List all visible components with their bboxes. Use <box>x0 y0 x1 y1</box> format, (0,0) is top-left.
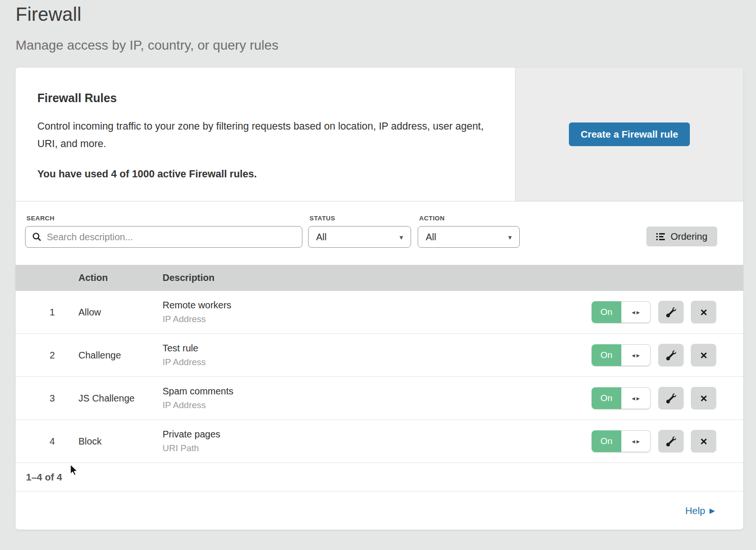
rule-action: Challenge <box>78 350 163 361</box>
rule-match-type: URI Path <box>163 443 592 454</box>
intro-section: Firewall Rules Control incoming traffic … <box>16 68 743 201</box>
delete-rule-button[interactable] <box>691 344 716 367</box>
ordering-list-icon <box>656 233 665 241</box>
close-icon <box>700 351 708 359</box>
wrench-icon <box>666 307 676 317</box>
rule-action: Block <box>78 436 163 447</box>
cta-panel: Create a Firewall rule <box>515 68 743 201</box>
rule-controls: On ◂▸ <box>592 344 743 367</box>
description-column-header: Description <box>163 272 592 283</box>
rule-description: Test rule <box>163 343 592 354</box>
table-header: Action Description <box>16 265 743 291</box>
search-label: SEARCH <box>26 215 302 222</box>
rule-priority: 2 <box>16 350 78 361</box>
intro-description: Control incoming traffic to your zone by… <box>37 118 486 153</box>
search-box <box>25 226 302 248</box>
table-row: 3 JS Challenge Spam comments IP Address … <box>16 377 743 420</box>
wrench-icon <box>666 393 676 403</box>
page-header: Firewall Manage access by IP, country, o… <box>0 0 756 53</box>
rule-controls: On ◂▸ <box>592 387 743 410</box>
rule-match-type: IP Address <box>163 400 592 410</box>
toggle-on-label: On <box>592 344 621 366</box>
intro-text-block: Firewall Rules Control incoming traffic … <box>16 68 515 201</box>
delete-rule-button[interactable] <box>691 430 716 453</box>
help-link[interactable]: Help ▶ <box>685 505 715 516</box>
help-link-label: Help <box>685 505 705 516</box>
edit-rule-button[interactable] <box>658 344 684 367</box>
search-filter-group: SEARCH <box>25 215 302 248</box>
table-row: 1 Allow Remote workers IP Address On ◂▸ <box>16 291 743 334</box>
filter-bar: SEARCH STATUS All ▾ ACTION All ▾ <box>16 201 743 265</box>
rule-description-cell: Private pages URI Path <box>163 429 592 454</box>
toggle-on-label: On <box>592 430 621 452</box>
status-filter-group: STATUS All ▾ <box>308 215 411 248</box>
rule-description-cell: Spam comments IP Address <box>163 386 592 410</box>
delete-rule-button[interactable] <box>691 301 716 323</box>
rule-description-cell: Remote workers IP Address <box>163 300 592 324</box>
edit-rule-button[interactable] <box>658 430 684 453</box>
delete-rule-button[interactable] <box>691 387 716 410</box>
rule-description: Private pages <box>163 429 592 440</box>
action-label: ACTION <box>419 215 520 222</box>
search-input[interactable] <box>46 231 295 243</box>
wrench-icon <box>666 437 676 446</box>
toggle-arrows-icon: ◂▸ <box>621 301 651 323</box>
page-title: Firewall <box>16 4 756 25</box>
status-select[interactable]: All ▾ <box>308 226 411 248</box>
table-row: 4 Block Private pages URI Path On ◂▸ <box>16 420 743 463</box>
intro-heading: Firewall Rules <box>37 91 487 105</box>
rule-enabled-toggle[interactable]: On ◂▸ <box>592 430 651 452</box>
usage-summary: You have used 4 of 1000 active Firewall … <box>37 168 487 180</box>
edit-rule-button[interactable] <box>658 301 684 323</box>
chevron-down-icon: ▾ <box>399 234 403 241</box>
action-column-header: Action <box>78 272 163 283</box>
toggle-arrows-icon: ◂▸ <box>621 344 651 366</box>
rule-enabled-toggle[interactable]: On ◂▸ <box>592 344 651 366</box>
action-selected-value: All <box>426 232 436 243</box>
ordering-button-label: Ordering <box>670 231 707 242</box>
search-icon <box>32 232 42 242</box>
rule-priority: 1 <box>16 307 78 318</box>
close-icon <box>700 437 708 445</box>
rule-controls: On ◂▸ <box>592 301 743 323</box>
pagination-status: 1–4 of 4 <box>16 463 743 491</box>
rule-enabled-toggle[interactable]: On ◂▸ <box>592 301 651 323</box>
rule-match-type: IP Address <box>163 314 592 324</box>
toggle-arrows-icon: ◂▸ <box>621 387 651 409</box>
rule-match-type: IP Address <box>163 357 592 367</box>
rule-enabled-toggle[interactable]: On ◂▸ <box>592 387 651 409</box>
card-footer: Help ▶ <box>16 491 743 530</box>
close-icon <box>700 308 708 316</box>
close-icon <box>700 394 708 402</box>
rule-action: JS Challenge <box>78 393 163 404</box>
toggle-on-label: On <box>592 387 621 409</box>
toggle-on-label: On <box>592 301 621 323</box>
rule-action: Allow <box>78 307 163 318</box>
rule-priority: 3 <box>16 393 78 404</box>
status-selected-value: All <box>316 232 326 243</box>
rule-description-cell: Test rule IP Address <box>163 343 592 367</box>
create-firewall-rule-button[interactable]: Create a Firewall rule <box>569 122 690 146</box>
wrench-icon <box>666 350 676 360</box>
edit-rule-button[interactable] <box>658 387 684 410</box>
ordering-button[interactable]: Ordering <box>646 227 717 246</box>
action-filter-group: ACTION All ▾ <box>418 215 520 248</box>
toggle-arrows-icon: ◂▸ <box>621 430 651 452</box>
status-label: STATUS <box>309 215 411 222</box>
rule-description: Remote workers <box>163 300 592 311</box>
chevron-down-icon: ▾ <box>508 234 512 241</box>
pagination-text: 1–4 of 4 <box>26 471 62 483</box>
firewall-rules-card: Firewall Rules Control incoming traffic … <box>16 68 743 530</box>
help-arrow-icon: ▶ <box>709 507 715 514</box>
rule-description: Spam comments <box>163 386 592 397</box>
table-row: 2 Challenge Test rule IP Address On ◂▸ <box>16 334 743 377</box>
rule-controls: On ◂▸ <box>592 430 743 453</box>
rule-priority: 4 <box>16 436 78 447</box>
page-subtitle: Manage access by IP, country, or query r… <box>16 38 756 53</box>
action-select[interactable]: All ▾ <box>418 226 520 248</box>
